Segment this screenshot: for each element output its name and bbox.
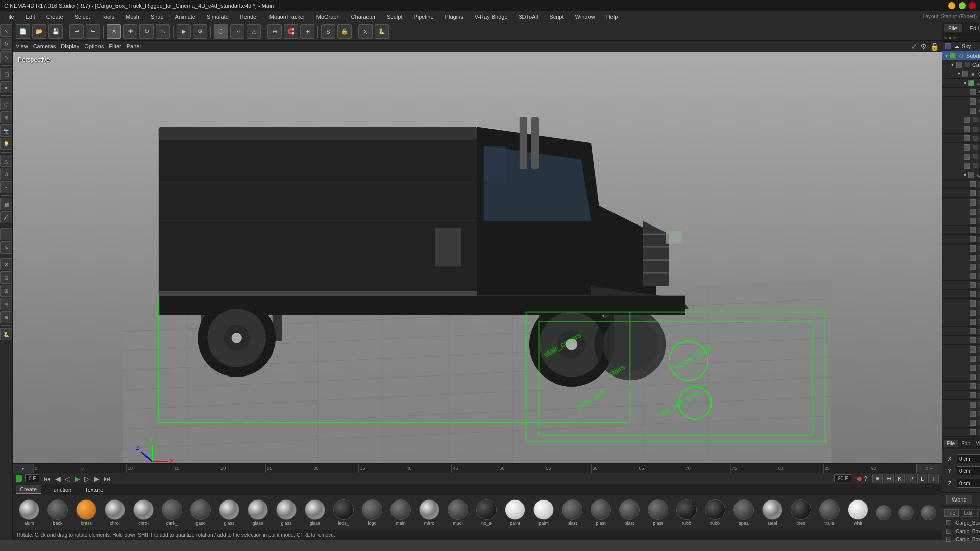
layer-icon[interactable]: L: [917, 474, 927, 483]
mat-item-23[interactable]: rubb: [673, 499, 700, 526]
coord-x-pos[interactable]: [957, 454, 980, 463]
mat-extra-2[interactable]: [918, 505, 939, 520]
mat-item-19[interactable]: plast: [559, 499, 585, 526]
obj-row[interactable]: ⬛rubber✓: [942, 345, 980, 354]
obj-row[interactable]: ⬛big_bolt_front_left✓: [942, 391, 980, 400]
obj-row[interactable]: ⬛plastic_black✓: [942, 317, 980, 327]
vt-view[interactable]: View: [16, 43, 28, 49]
rp-tab-file[interactable]: File: [944, 24, 962, 32]
mat-item-27[interactable]: tires: [788, 499, 814, 526]
mat-item-3[interactable]: chrol: [102, 499, 128, 526]
obj-expand-arrow[interactable]: ▼: [944, 53, 949, 58]
obj-row[interactable]: ▼⬛Cargo_Box_Truck_Rigged✓: [942, 60, 980, 69]
open-file[interactable]: 📂: [32, 24, 46, 39]
footer-tab-view[interactable]: View: [977, 509, 980, 517]
vt-display[interactable]: Display: [61, 43, 79, 49]
tool-camera[interactable]: 📷: [0, 124, 12, 137]
rp-tab-edit[interactable]: Edit: [966, 24, 980, 32]
obj-row[interactable]: ⬛left_door✓: [942, 115, 980, 124]
obj-row[interactable]: ⬛tire_back_left1✓: [942, 152, 980, 161]
menu-snap[interactable]: Snap: [149, 13, 166, 21]
obj-row[interactable]: ⬛brass✓: [942, 400, 980, 409]
tab-function[interactable]: Function: [46, 486, 76, 494]
mat-item-25[interactable]: spea: [730, 499, 757, 526]
obj-row[interactable]: 〜Spline✓: [942, 88, 980, 97]
obj-row[interactable]: ⬛plastic_gray✓: [942, 207, 980, 216]
tool-extra3[interactable]: ⊞: [0, 285, 12, 297]
obj-row[interactable]: ⬛tire_right_front✓: [942, 134, 980, 143]
menu-3dtoall[interactable]: 3DToAll: [517, 13, 541, 21]
obj-row[interactable]: ⬛paint_black✓: [942, 271, 980, 281]
obj-row[interactable]: ▼⬡Subdivision Surface✓: [942, 51, 980, 60]
edge-mode[interactable]: ⊡: [230, 24, 244, 39]
tool-extra5[interactable]: ⊕: [0, 311, 12, 323]
menu-edit[interactable]: Edit: [23, 13, 37, 21]
redo[interactable]: ↪: [86, 24, 100, 39]
coord-z-pos[interactable]: [957, 479, 980, 488]
keyframe-props[interactable]: K: [895, 474, 905, 483]
obj-row[interactable]: ⬛paint_white✓: [942, 198, 980, 207]
obj-row[interactable]: ⬛glass_yellow✓: [942, 226, 980, 235]
render-view[interactable]: ▶: [177, 24, 191, 39]
obj-row[interactable]: ⬛tire_front_left✓: [942, 143, 980, 152]
obj-row[interactable]: ▼▭Rectangle001✓: [942, 79, 980, 88]
obj-row[interactable]: ⬛bolts_and_rivets✓: [942, 363, 980, 372]
menu-vray[interactable]: V-Ray Bridge: [473, 13, 510, 21]
tool-scale[interactable]: ⤡: [0, 51, 12, 63]
mat-item-21[interactable]: plast: [616, 499, 643, 526]
prev-key[interactable]: ◁: [63, 474, 72, 483]
next-frame[interactable]: ▶: [92, 474, 101, 483]
obj-row[interactable]: ⬛wood✓: [942, 418, 980, 428]
obj-row[interactable]: ⬛aluminium✓: [942, 235, 980, 244]
obj-row[interactable]: ⬛steel✓: [942, 372, 980, 382]
mat-item-6[interactable]: gaso: [187, 499, 214, 526]
mat-item-2[interactable]: brass: [73, 499, 100, 526]
tool-extra4[interactable]: ⊟: [0, 298, 12, 310]
mat-item-18[interactable]: paint: [530, 499, 557, 526]
move-tool[interactable]: ✙: [123, 24, 137, 39]
mat-item-17[interactable]: paint: [502, 499, 528, 526]
maximize-button[interactable]: [959, 2, 966, 9]
viewport-canvas[interactable]: Perspective: [13, 52, 942, 463]
footer-tab-file[interactable]: File: [944, 509, 959, 517]
obj-row[interactable]: ⬛stair_covers✓: [942, 437, 980, 438]
save-file[interactable]: 💾: [48, 24, 63, 39]
menu-plugins[interactable]: Plugins: [443, 13, 465, 21]
menu-script[interactable]: Script: [547, 13, 566, 21]
go-end[interactable]: ⏭: [102, 474, 112, 483]
ptab-file[interactable]: File: [944, 440, 958, 447]
menu-create[interactable]: Create: [44, 13, 65, 21]
rotate-tool[interactable]: ↻: [139, 24, 154, 39]
obj-row[interactable]: ⬛bolts_dark✓: [942, 382, 980, 391]
mat-item-1[interactable]: back: [44, 499, 71, 526]
menu-mograph[interactable]: MoGraph: [314, 13, 342, 21]
tool-extra1[interactable]: ⊠: [0, 258, 12, 270]
mat-item-22[interactable]: plast: [645, 499, 671, 526]
solo[interactable]: S: [321, 24, 335, 39]
mat-extra-1[interactable]: [896, 505, 916, 520]
obj-row[interactable]: ▭Rectangle002✓: [942, 106, 980, 115]
coord-y-pos[interactable]: [957, 466, 980, 475]
tab-texture[interactable]: Texture: [81, 486, 107, 494]
footer-tab-edit[interactable]: Edit: [961, 509, 975, 517]
menu-mesh[interactable]: Mesh: [124, 13, 141, 21]
tool-paint[interactable]: 🖌: [0, 211, 12, 223]
mat-item-11[interactable]: leds_: [330, 499, 357, 526]
menu-file[interactable]: File: [3, 13, 16, 21]
viewport-lock[interactable]: 🔒: [930, 42, 939, 51]
tool-texture[interactable]: ▦: [0, 198, 12, 210]
mat-item-4[interactable]: chrol: [130, 499, 157, 526]
tool-object[interactable]: ⬡: [0, 98, 12, 110]
mat-item-28[interactable]: traile: [816, 499, 843, 526]
mat-item-8[interactable]: glass: [244, 499, 271, 526]
render-settings[interactable]: ⚙: [193, 24, 207, 39]
mat-item-9[interactable]: glass: [273, 499, 300, 526]
obj-row[interactable]: ⬛wite_sheating✓: [942, 354, 980, 363]
close-button[interactable]: [969, 2, 976, 9]
obj-row[interactable]: ⬛chrome✓: [942, 244, 980, 253]
mat-item-24[interactable]: rubb: [702, 499, 728, 526]
mat-item-16[interactable]: no_e: [473, 499, 500, 526]
mat-item-10[interactable]: glass: [302, 499, 328, 526]
new-scene[interactable]: 📄: [16, 24, 30, 39]
obj-row[interactable]: ⬛rubber_lines✓: [942, 409, 980, 418]
